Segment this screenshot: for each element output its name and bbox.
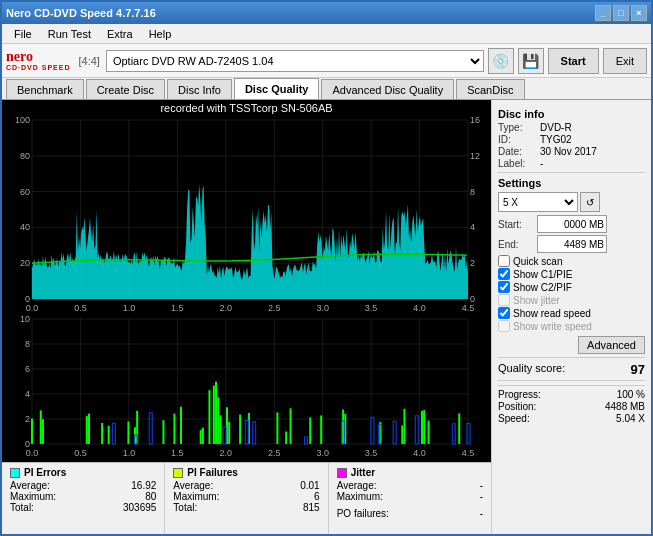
speed-value: 5.04 X [616,413,645,424]
tab-benchmark[interactable]: Benchmark [6,79,84,99]
pi-errors-section: PI Errors Average: 16.92 Maximum: 80 Tot… [2,463,165,534]
speed-select[interactable]: 5 X [498,192,578,212]
show-c1pie-checkbox[interactable] [498,268,510,280]
pi-failures-section: PI Failures Average: 0.01 Maximum: 6 Tot… [165,463,328,534]
pi-errors-total-label: Total: [10,502,34,513]
start-input[interactable] [537,215,607,233]
tab-advanced-disc-quality[interactable]: Advanced Disc Quality [321,79,454,99]
disc-info-title: Disc info [498,108,645,120]
quick-scan-label: Quick scan [513,256,562,267]
speed-row-progress: Speed: 5.04 X [498,413,645,424]
nero-logo-sub: CD·DVD SPEED [6,64,71,71]
menu-bar: File Run Test Extra Help [2,24,651,44]
end-label: End: [498,239,533,250]
disc-label-value: - [540,158,543,169]
disc-id-value: TYG02 [540,134,572,145]
save-button[interactable]: 💾 [518,48,544,74]
show-jitter-checkbox[interactable] [498,294,510,306]
quality-row: Quality score: 97 [498,362,645,377]
close-button[interactable]: × [631,5,647,21]
start-row: Start: [498,215,645,233]
pi-failures-avg-value: 0.01 [300,480,319,491]
pi-failures-title: PI Failures [187,467,238,478]
show-c1pie-label: Show C1/PIE [513,269,572,280]
show-write-speed-label: Show write speed [513,321,592,332]
start-button[interactable]: Start [548,48,599,74]
disc-label-row: Label: - [498,158,645,169]
disc-date-row: Date: 30 Nov 2017 [498,146,645,157]
disc-date-label: Date: [498,146,540,157]
menu-help[interactable]: Help [141,26,180,42]
divider-1 [498,172,645,173]
show-c2pif-checkbox[interactable] [498,281,510,293]
quality-value: 97 [631,362,645,377]
jitter-color [337,468,347,478]
jitter-title: Jitter [351,467,375,478]
show-read-speed-row: Show read speed [498,307,645,319]
disc-label-label: Label: [498,158,540,169]
disc-type-row: Type: DVD-R [498,122,645,133]
disc-icon-button[interactable]: 💿 [488,48,514,74]
chart-title: recorded with TSSTcorp SN-506AB [2,100,491,116]
show-read-speed-checkbox[interactable] [498,307,510,319]
show-write-speed-checkbox[interactable] [498,320,510,332]
pi-failures-total-label: Total: [173,502,197,513]
show-read-speed-label: Show read speed [513,308,591,319]
exit-button[interactable]: Exit [603,48,647,74]
show-jitter-row: Show jitter [498,294,645,306]
drive-label: [4:4] [79,55,100,67]
pi-errors-total-value: 303695 [123,502,156,513]
menu-run-test[interactable]: Run Test [40,26,99,42]
progress-row: Progress: 100 % [498,389,645,400]
show-jitter-label: Show jitter [513,295,560,306]
settings-title: Settings [498,177,645,189]
quick-scan-row: Quick scan [498,255,645,267]
quick-scan-checkbox[interactable] [498,255,510,267]
pi-errors-avg-label: Average: [10,480,50,491]
minimize-button[interactable]: _ [595,5,611,21]
jitter-avg-value: - [480,480,483,491]
po-failures-value: - [480,508,483,519]
progress-label: Progress: [498,389,541,400]
pi-errors-title: PI Errors [24,467,66,478]
divider-2 [498,357,645,358]
jitter-avg-label: Average: [337,480,377,491]
drive-select[interactable]: Optiarc DVD RW AD-7240S 1.04 [106,50,484,72]
nero-logo: nero CD·DVD SPEED [6,50,71,71]
disc-id-row: ID: TYG02 [498,134,645,145]
stats-bar: PI Errors Average: 16.92 Maximum: 80 Tot… [2,462,491,534]
position-label: Position: [498,401,536,412]
refresh-button[interactable]: ↺ [580,192,600,212]
quality-label: Quality score: [498,362,565,377]
progress-value: 100 % [617,389,645,400]
pi-failures-max-label: Maximum: [173,491,219,502]
end-input[interactable] [537,235,607,253]
main-area: recorded with TSSTcorp SN-506AB PI Error… [2,100,651,534]
tab-create-disc[interactable]: Create Disc [86,79,165,99]
menu-file[interactable]: File [6,26,40,42]
maximize-button[interactable]: □ [613,5,629,21]
app-title: Nero CD-DVD Speed 4.7.7.16 [6,7,156,19]
advanced-button[interactable]: Advanced [578,336,645,354]
show-write-speed-row: Show write speed [498,320,645,332]
pi-failures-total-value: 815 [303,502,320,513]
show-c1pie-row: Show C1/PIE [498,268,645,280]
tab-disc-info[interactable]: Disc Info [167,79,232,99]
jitter-max-value: - [480,491,483,502]
disc-id-label: ID: [498,134,540,145]
menu-extra[interactable]: Extra [99,26,141,42]
right-panel: Disc info Type: DVD-R ID: TYG02 Date: 30… [491,100,651,534]
position-value: 4488 MB [605,401,645,412]
tab-scandisc[interactable]: ScanDisc [456,79,524,99]
jitter-max-label: Maximum: [337,491,383,502]
speed-label: Speed: [498,413,530,424]
progress-section: Progress: 100 % Position: 4488 MB Speed:… [498,385,645,424]
po-failures-label: PO failures: [337,508,389,519]
title-bar: Nero CD-DVD Speed 4.7.7.16 _ □ × [2,2,651,24]
pi-errors-max-label: Maximum: [10,491,56,502]
tab-disc-quality[interactable]: Disc Quality [234,78,320,99]
chart-area: recorded with TSSTcorp SN-506AB [2,100,491,462]
jitter-section: Jitter Average: - Maximum: - PO failures… [329,463,491,534]
pi-failures-color [173,468,183,478]
disc-type-label: Type: [498,122,540,133]
